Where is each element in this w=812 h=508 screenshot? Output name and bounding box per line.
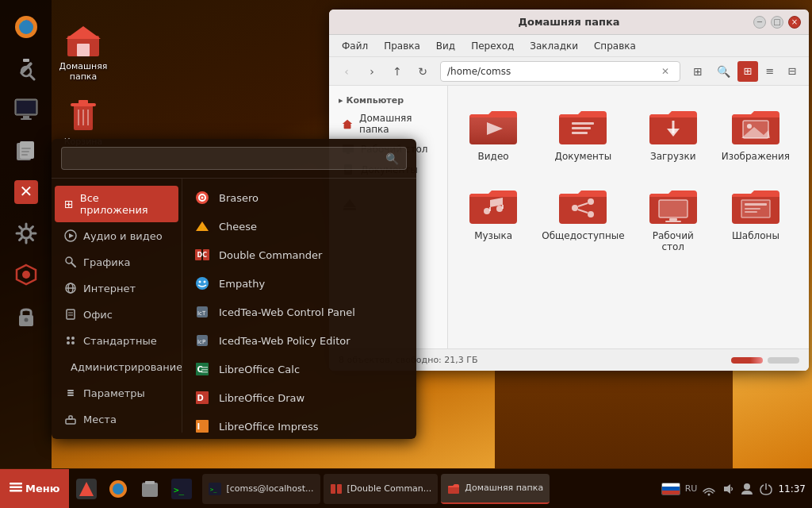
fm-forward-button[interactable]: › [361, 60, 383, 83]
firefox-icon [12, 13, 40, 41]
svg-point-141 [113, 483, 124, 495]
app-item-lo-calc[interactable]: C LibreOffice Calc [182, 355, 416, 383]
launcher-tools[interactable] [7, 49, 45, 87]
fm-close-button[interactable]: × [788, 16, 801, 29]
taskbar-time: 11:37 [778, 483, 806, 495]
taskbar-terminal-icon[interactable]: >_ [167, 475, 196, 503]
app-menu-search-input[interactable] [61, 147, 407, 170]
category-av[interactable]: Аудио и видео [55, 223, 178, 248]
fm-address-bar[interactable]: /home/comss ✕ [440, 61, 680, 82]
taskbar-app-terminal[interactable]: >_ [comss@localhost... [202, 474, 320, 504]
fm-list-view-button[interactable]: ≡ [760, 61, 780, 82]
fm-compact-view-button[interactable]: ⊟ [782, 61, 802, 82]
tools-icon [13, 56, 39, 81]
category-all[interactable]: ⊞ Все приложения [55, 186, 178, 222]
launcher-files[interactable] [7, 132, 45, 170]
fm-maximize-button[interactable]: □ [771, 16, 783, 29]
tray-network-icon[interactable] [702, 482, 716, 496]
category-standard[interactable]: Стандартные [55, 328, 178, 353]
fm-grid-view-button[interactable]: ⊞ [737, 61, 758, 82]
category-standard-label: Стандартные [83, 335, 157, 347]
folder-desktop-icon [648, 184, 699, 225]
taskbar-files-icon[interactable] [136, 475, 164, 503]
category-internet[interactable]: Интернет [55, 275, 178, 301]
fm-menu-bookmarks[interactable]: Закладки [523, 37, 584, 55]
fm-folder-templates[interactable]: Шаблоны [715, 178, 796, 259]
launcher-admin[interactable] [7, 256, 45, 294]
fm-address-clear-button[interactable]: ✕ [657, 64, 673, 79]
icedtea-policy-icon: IcP [193, 332, 211, 349]
app-item-dc[interactable]: DC Double Commander [182, 241, 416, 269]
svg-rect-17 [23, 116, 29, 118]
svg-rect-2 [77, 44, 90, 56]
taskbar-firefox-icon[interactable] [104, 475, 132, 503]
fm-reload-button[interactable]: ↻ [412, 60, 434, 83]
svg-rect-105 [572, 122, 594, 125]
svg-point-153 [744, 483, 750, 490]
tb-app-terminal-icon: >_ [209, 483, 221, 495]
brasero-icon [193, 189, 211, 206]
launcher-panel: ✕ [0, 0, 52, 468]
fm-folder-docs[interactable]: Документы [535, 98, 630, 168]
svg-text:I: I [197, 422, 201, 431]
launcher-monitor[interactable] [7, 90, 45, 129]
fm-folder-music[interactable]: Музыка [461, 178, 526, 259]
taskbar-launcher-icon[interactable] [72, 475, 101, 503]
app-menu-apps-list: Brasero Cheese DC Double Commander [182, 179, 416, 433]
app-item-lo-impress[interactable]: I LibreOffice Impress [182, 412, 416, 433]
fm-menu-edit[interactable]: Правка [377, 37, 427, 55]
category-office-label: Офис [83, 309, 113, 321]
app-item-empathy[interactable]: Empathy [182, 269, 416, 298]
close-icon: × [791, 17, 798, 26]
folder-public-label: Общедоступные [542, 230, 624, 241]
taskbar-menu-button[interactable]: Меню [0, 469, 69, 508]
launcher-x-app[interactable]: ✕ [7, 173, 45, 211]
svg-rect-18 [21, 118, 32, 120]
launcher-settings[interactable] [7, 214, 45, 252]
folder-templates-icon [730, 184, 781, 225]
tray-volume-icon[interactable] [721, 482, 735, 496]
fm-menu-help[interactable]: Справка [588, 37, 642, 55]
category-admin[interactable]: Администрирование [55, 354, 178, 379]
folder-docs-label: Документы [555, 151, 612, 162]
app-item-cheese[interactable]: Cheese [182, 212, 416, 241]
category-office[interactable]: Офис [55, 302, 178, 327]
launcher-lock[interactable] [7, 297, 45, 335]
category-graphics[interactable]: Графика [55, 249, 178, 275]
app-item-icedtea-control[interactable]: IcT IcedTea-Web Control Panel [182, 298, 416, 326]
fm-up-button[interactable]: ↑ [386, 60, 408, 83]
fm-folder-video[interactable]: Видео [461, 98, 526, 168]
taskbar-app-dc[interactable]: [Double Comman... [324, 474, 439, 504]
fm-sidebar-home[interactable]: Домашняя папка [329, 109, 447, 139]
tray-power-icon[interactable] [759, 482, 773, 496]
compact-icon: ⊟ [788, 65, 797, 77]
svg-rect-137 [10, 490, 22, 492]
tray-user-icon[interactable] [740, 482, 754, 496]
category-settings[interactable]: Параметры [55, 380, 178, 406]
fm-titlebar: Домашняя папка − □ × [329, 10, 809, 35]
svg-point-117 [496, 206, 503, 212]
folder-docs-icon [557, 105, 608, 146]
app-item-icedtea-policy[interactable]: IcP IcedTea-Web Policy Editor [182, 326, 416, 355]
svg-rect-127 [659, 200, 688, 217]
category-places[interactable]: Места [55, 406, 178, 432]
svg-rect-59 [67, 390, 74, 391]
app-item-brasero[interactable]: Brasero [182, 183, 416, 212]
fm-bookmark-button[interactable]: ⊞ [687, 60, 709, 83]
fm-menu-go[interactable]: Переход [465, 37, 520, 55]
fm-folder-images[interactable]: Изображения [715, 98, 796, 168]
fm-folder-public[interactable]: Общедоступные [535, 178, 630, 259]
forward-arrow-icon: › [370, 65, 374, 78]
fm-menu-view[interactable]: Вид [430, 37, 462, 55]
desktop-icon-home[interactable]: Домашняя папка [52, 20, 115, 82]
app-item-lo-draw[interactable]: D LibreOffice Draw [182, 383, 416, 412]
fm-folder-desktop[interactable]: Рабочий стол [641, 178, 706, 259]
fm-back-button[interactable]: ‹ [335, 60, 358, 83]
fm-minimize-button[interactable]: − [753, 16, 766, 29]
fm-search-button[interactable]: 🔍 [712, 60, 734, 83]
fm-menu-file[interactable]: Файл [335, 37, 374, 55]
fm-folder-downloads[interactable]: Загрузки [641, 98, 706, 168]
launcher-firefox[interactable] [7, 8, 45, 46]
taskbar-app-fm[interactable]: Домашняя папка [441, 474, 550, 504]
app-brasero-label: Brasero [219, 192, 259, 204]
